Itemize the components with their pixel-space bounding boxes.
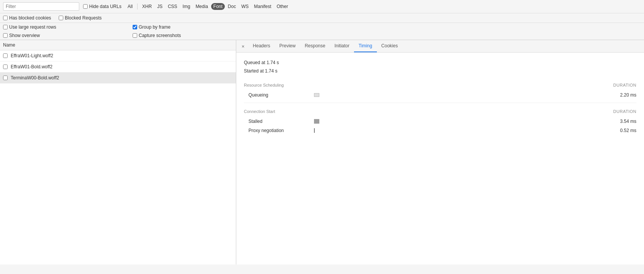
group-by-frame-text: Group by frame: [139, 24, 170, 30]
file-checkbox-0[interactable]: [3, 53, 8, 58]
settings-rows: Use large request rows Group by frame Sh…: [0, 23, 644, 40]
section-divider-1: [244, 103, 636, 103]
hide-data-urls-checkbox[interactable]: [83, 4, 88, 9]
blocked-requests-checkbox[interactable]: [59, 16, 63, 20]
file-checkbox-2[interactable]: [3, 76, 8, 80]
stalled-label: Stalled: [248, 119, 309, 124]
file-name-0: EffraW01-Light.woff2: [11, 53, 53, 58]
settings-row-2: Show overview Capture screenshots: [0, 31, 644, 40]
stalled-duration: 3.54 ms: [610, 119, 636, 124]
queueing-label: Queueing: [248, 92, 309, 98]
queueing-duration: 2.20 ms: [610, 92, 636, 98]
settings-left-2: Show overview: [3, 33, 117, 38]
settings-row-1: Use large request rows Group by frame: [0, 23, 644, 31]
group-by-frame-checkbox[interactable]: [133, 25, 137, 29]
tab-timing[interactable]: Timing: [354, 40, 377, 52]
type-btn-xhr[interactable]: XHR: [140, 3, 154, 10]
show-overview-text: Show overview: [9, 33, 40, 38]
timing-content: Queued at 1.74 s Started at 1.74 s Resou…: [236, 53, 644, 264]
file-row-selected[interactable]: TerminaW00-Bold.woff2: [0, 73, 236, 84]
tab-response[interactable]: Response: [300, 40, 330, 52]
has-blocked-cookies-label[interactable]: Has blocked cookies: [3, 15, 51, 21]
use-large-rows-label[interactable]: Use large request rows: [3, 24, 56, 30]
show-overview-label[interactable]: Show overview: [3, 33, 40, 38]
type-btn-other[interactable]: Other: [274, 3, 290, 10]
hide-data-urls-label[interactable]: Hide data URLs: [83, 4, 122, 9]
type-btn-manifest[interactable]: Manifest: [252, 3, 274, 10]
tabs-row: × Headers Preview Response Initiator Tim…: [236, 40, 644, 53]
proxy-label: Proxy negotiation: [248, 128, 309, 133]
use-large-rows-text: Use large request rows: [9, 24, 56, 30]
timing-info: Queued at 1.74 s Started at 1.74 s: [244, 59, 636, 75]
proxy-bar: [314, 128, 315, 133]
connection-start-duration-label: DURATION: [613, 109, 636, 114]
capture-screenshots-text: Capture screenshots: [139, 33, 181, 38]
file-row[interactable]: EffraW01-Bold.woff2: [0, 61, 236, 73]
settings-right-1: Group by frame: [133, 24, 170, 30]
group-by-frame-label[interactable]: Group by frame: [133, 24, 170, 30]
toolbar-row: Hide data URLs All XHR JS CSS Img Media …: [0, 0, 644, 13]
tab-cookies[interactable]: Cookies: [377, 40, 402, 52]
connection-start-title: Connection Start: [244, 109, 275, 114]
has-blocked-cookies-text: Has blocked cookies: [9, 15, 51, 21]
type-btn-doc[interactable]: Doc: [226, 3, 238, 10]
queueing-bar: [314, 93, 319, 97]
started-at-text: Started at 1.74 s: [244, 67, 636, 76]
resource-scheduling-header: Resource Scheduling DURATION: [244, 83, 636, 87]
type-btn-media[interactable]: Media: [193, 3, 210, 10]
type-divider: [137, 3, 138, 10]
options-row: Has blocked cookies Blocked Requests: [0, 13, 644, 23]
file-name-1: EffraW01-Bold.woff2: [11, 64, 53, 69]
tab-headers[interactable]: Headers: [248, 40, 275, 52]
filter-types: All XHR JS CSS Img Media Font Doc WS Man…: [125, 3, 290, 10]
left-panel: Name EffraW01-Light.woff2 EffraW01-Bold.…: [0, 40, 236, 264]
file-checkbox-1[interactable]: [3, 64, 8, 69]
close-button[interactable]: ×: [238, 41, 248, 52]
resource-scheduling-title: Resource Scheduling: [244, 83, 284, 87]
type-btn-css[interactable]: CSS: [165, 3, 179, 10]
tab-preview[interactable]: Preview: [275, 40, 300, 52]
type-btn-js[interactable]: JS: [155, 3, 165, 10]
queued-at-text: Queued at 1.74 s: [244, 59, 636, 67]
resource-scheduling-duration-label: DURATION: [613, 83, 636, 87]
blocked-requests-label[interactable]: Blocked Requests: [59, 15, 102, 21]
name-column-header: Name: [0, 40, 236, 50]
file-list: EffraW01-Light.woff2 EffraW01-Bold.woff2…: [0, 50, 236, 264]
type-btn-img[interactable]: Img: [180, 3, 192, 10]
type-btn-font[interactable]: Font: [211, 3, 225, 10]
proxy-duration: 0.52 ms: [610, 128, 636, 133]
right-panel: × Headers Preview Response Initiator Tim…: [236, 40, 644, 264]
stalled-bar-area: [314, 119, 605, 124]
queueing-bar-area: [314, 93, 605, 97]
type-btn-all[interactable]: All: [125, 3, 135, 10]
timing-row-queueing: Queueing 2.20 ms: [244, 90, 636, 100]
main-area: Name EffraW01-Light.woff2 EffraW01-Bold.…: [0, 40, 644, 264]
file-name-2: TerminaW00-Bold.woff2: [11, 75, 59, 81]
use-large-rows-checkbox[interactable]: [3, 25, 8, 29]
has-blocked-cookies-checkbox[interactable]: [3, 16, 8, 20]
capture-screenshots-label[interactable]: Capture screenshots: [133, 33, 181, 38]
hide-data-urls-text: Hide data URLs: [89, 4, 122, 9]
connection-start-header: Connection Start DURATION: [244, 109, 636, 114]
file-row[interactable]: EffraW01-Light.woff2: [0, 50, 236, 61]
blocked-requests-text: Blocked Requests: [65, 15, 102, 21]
stalled-bar: [314, 119, 319, 124]
tab-initiator[interactable]: Initiator: [330, 40, 354, 52]
timing-row-proxy: Proxy negotiation 0.52 ms: [244, 126, 636, 135]
show-overview-checkbox[interactable]: [3, 33, 8, 38]
capture-screenshots-checkbox[interactable]: [133, 33, 137, 38]
settings-right-2: Capture screenshots: [133, 33, 181, 38]
settings-left-1: Use large request rows: [3, 24, 117, 30]
type-btn-ws[interactable]: WS: [239, 3, 251, 10]
filter-input[interactable]: [3, 2, 79, 11]
proxy-bar-area: [314, 128, 605, 133]
timing-row-stalled: Stalled 3.54 ms: [244, 117, 636, 126]
